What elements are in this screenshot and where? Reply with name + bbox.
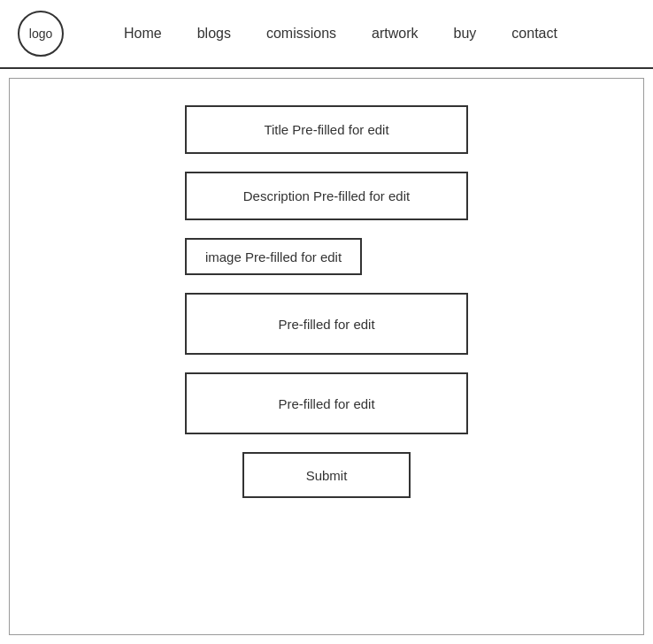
nav-item-artwork[interactable]: artwork [372, 26, 418, 42]
main-nav: Home blogs comissions artwork buy contac… [124, 26, 575, 42]
description-field[interactable]: Description Pre-filled for edit [185, 172, 468, 220]
nav-item-contact[interactable]: contact [511, 26, 557, 42]
nav-item-commissions[interactable]: comissions [266, 26, 336, 42]
nav-item-blogs[interactable]: blogs [197, 26, 231, 42]
prefilled-field-1[interactable]: Pre-filled for edit [185, 293, 468, 355]
main-content: Title Pre-filled for edit Description Pr… [9, 78, 644, 635]
prefilled-field-2[interactable]: Pre-filled for edit [185, 372, 468, 434]
submit-button[interactable]: Submit [242, 452, 411, 498]
image-field[interactable]: image Pre-filled for edit [185, 238, 362, 275]
nav-item-buy[interactable]: buy [454, 26, 477, 42]
logo[interactable]: logo [18, 11, 64, 57]
header: logo Home blogs comissions artwork buy c… [0, 0, 653, 69]
nav-item-home[interactable]: Home [124, 26, 162, 42]
title-field[interactable]: Title Pre-filled for edit [185, 105, 468, 154]
